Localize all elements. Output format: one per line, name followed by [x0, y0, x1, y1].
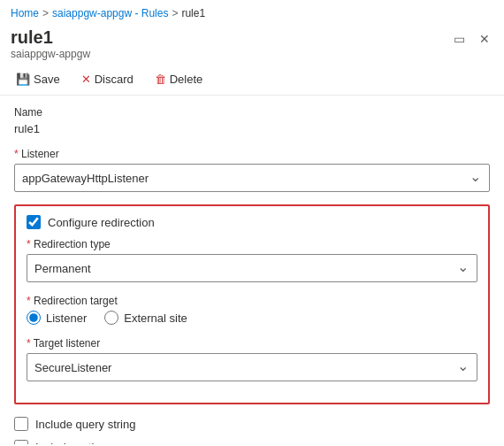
breadcrumb-rules[interactable]: saiappgw-appgw - Rules	[52, 7, 168, 19]
delete-icon: 🗑	[155, 73, 166, 86]
redirection-target-radio-group: Listener External site	[27, 311, 477, 325]
discard-label: Discard	[95, 73, 134, 86]
target-listener-radio-label[interactable]: Listener	[46, 311, 87, 325]
redirection-target-group: Redirection target Listener External sit…	[27, 295, 477, 325]
save-label: Save	[34, 73, 60, 86]
target-external-radio-label[interactable]: External site	[124, 311, 187, 325]
panel-subtitle: saiappgw-appgw	[11, 48, 90, 60]
include-path-checkbox[interactable]	[14, 440, 28, 444]
panel-title: rule1	[11, 27, 90, 48]
name-field-group: Name rule1	[14, 106, 490, 135]
target-listener-radio-row: Listener	[27, 311, 87, 325]
breadcrumb-home[interactable]: Home	[11, 7, 39, 19]
redirection-type-group: Redirection type Permanent Temporary Fou…	[27, 238, 477, 282]
listener-select-wrapper: appGatewayHttpListener	[14, 164, 490, 192]
save-button[interactable]: 💾 Save	[11, 69, 65, 89]
breadcrumb-sep1: >	[42, 7, 49, 19]
form-body: Name rule1 Listener appGatewayHttpListen…	[0, 96, 504, 444]
target-listener-label: Target listener	[27, 337, 477, 350]
panel-title-block: rule1 saiappgw-appgw	[11, 27, 90, 60]
include-path-row: Include path	[14, 440, 490, 444]
listener-select[interactable]: appGatewayHttpListener	[14, 164, 490, 192]
breadcrumb-current: rule1	[181, 7, 205, 19]
delete-label: Delete	[170, 73, 203, 86]
panel-header: rule1 saiappgw-appgw ▭ ✕	[0, 23, 504, 64]
include-query-string-label[interactable]: Include query string	[35, 418, 135, 431]
configure-redirection-row: Configure redirection	[27, 215, 477, 229]
discard-button[interactable]: ✕ Discard	[76, 69, 139, 89]
target-external-radio-row: External site	[104, 311, 187, 325]
listener-label: Listener	[14, 148, 490, 160]
target-listener-radio[interactable]	[27, 311, 41, 325]
discard-icon: ✕	[81, 73, 91, 86]
redirection-type-select-wrapper: Permanent Temporary Found See Other	[27, 254, 477, 282]
name-value: rule1	[14, 122, 490, 135]
breadcrumb-sep2: >	[172, 7, 178, 19]
redirection-type-select[interactable]: Permanent Temporary Found See Other	[27, 254, 477, 282]
target-listener-select-wrapper: SecureListener	[27, 353, 477, 381]
close-button[interactable]: ✕	[476, 30, 493, 48]
breadcrumb: Home > saiappgw-appgw - Rules > rule1	[0, 0, 504, 23]
redirection-target-label: Redirection target	[27, 295, 477, 307]
include-query-string-row: Include query string	[14, 417, 490, 431]
toolbar: 💾 Save ✕ Discard 🗑 Delete	[0, 64, 504, 96]
name-label: Name	[14, 106, 490, 119]
include-path-label[interactable]: Include path	[35, 441, 98, 445]
target-listener-select[interactable]: SecureListener	[27, 353, 477, 381]
listener-field-group: Listener appGatewayHttpListener	[14, 148, 490, 192]
panel-header-icons: ▭ ✕	[450, 30, 493, 48]
configure-redirection-label[interactable]: Configure redirection	[48, 216, 155, 229]
target-external-radio[interactable]	[104, 311, 118, 325]
redirection-type-label: Redirection type	[27, 238, 477, 250]
configure-redirection-checkbox[interactable]	[27, 215, 41, 229]
bottom-checks: Include query string Include path	[14, 417, 490, 444]
save-icon: 💾	[16, 73, 30, 86]
include-query-string-checkbox[interactable]	[14, 417, 28, 431]
delete-button[interactable]: 🗑 Delete	[149, 69, 209, 89]
redirection-section: Configure redirection Redirection type P…	[14, 204, 490, 404]
target-listener-group: Target listener SecureListener	[27, 337, 477, 381]
maximize-button[interactable]: ▭	[450, 30, 469, 48]
